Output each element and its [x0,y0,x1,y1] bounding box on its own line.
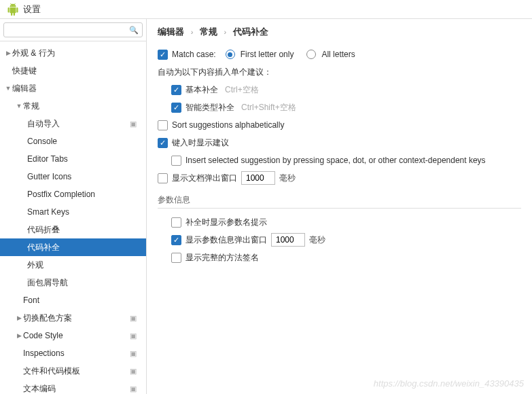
show-doc-popup-label: 显示文档弹出窗口 [172,171,237,185]
show-param-popup-label: 显示参数信息弹出窗口 [185,233,267,247]
show-full-sig-label: 显示完整的方法签名 [185,251,259,264]
project-badge-icon: ▣ [130,365,137,377]
param-info-section-title: 参数信息 [158,194,521,206]
window-title: 设置 [23,3,41,16]
chevron-right-icon[interactable] [15,329,23,342]
tree-item-appearance[interactable]: 外观 & 行为 [0,44,146,62]
match-case-checkbox[interactable] [158,50,168,60]
chevron-right-icon: › [224,28,227,36]
window-header: 设置 [0,0,532,19]
tree-item-auto-import[interactable]: 自动导入▣ [0,115,146,132]
ms-label-2: 毫秒 [309,233,325,247]
tree-item-inspections[interactable]: Inspections▣ [0,344,146,362]
chevron-down-icon[interactable] [15,100,23,112]
sidebar: 🔍 外观 & 行为 快捷键 编辑器 常规 自动导入▣ Console Edito… [0,19,147,394]
sort-alpha-checkbox[interactable] [158,120,168,130]
ms-label: 毫秒 [279,171,296,185]
breadcrumb: 编辑器 › 常规 › 代码补全 [158,26,521,38]
project-badge-icon: ▣ [130,347,137,359]
smart-type-label: 智能类型补全 [185,101,234,114]
show-on-type-label: 键入时显示建议 [172,136,229,149]
tree-item-editor-tabs[interactable]: Editor Tabs [0,150,146,168]
android-icon [7,3,19,16]
chevron-right-icon[interactable] [4,47,12,59]
tree-item-look[interactable]: 外观 [0,256,146,274]
show-full-sig-checkbox[interactable] [171,253,181,263]
show-on-type-checkbox[interactable] [158,138,168,148]
tree-item-general[interactable]: 常规 [0,97,146,115]
chevron-right-icon: › [191,28,194,36]
show-param-name-label: 补全时显示参数名提示 [185,215,267,229]
tree-item-file-encoding[interactable]: 文本编码▣ [0,380,146,394]
smart-type-checkbox[interactable] [171,103,181,113]
breadcrumb-code-completion: 代码补全 [233,26,268,37]
tree-item-gutter-icons[interactable]: Gutter Icons [0,168,146,185]
tree-item-editor[interactable]: 编辑器 [0,79,146,97]
auto-insert-label: 自动为以下内容插入单个建议： [158,65,272,79]
project-badge-icon: ▣ [130,312,137,324]
insert-by-space-label: Insert selected suggestion by pressing s… [185,154,486,167]
tree-item-console[interactable]: Console [0,132,146,150]
chevron-down-icon[interactable] [4,82,12,94]
tree-item-font[interactable]: Font [0,291,146,309]
settings-tree: 外观 & 行为 快捷键 编辑器 常规 自动导入▣ Console Editor … [0,41,146,394]
divider [158,208,521,209]
match-case-label: Match case: [172,48,216,61]
show-doc-popup-checkbox[interactable] [158,173,168,183]
search-box: 🔍 [0,19,146,41]
breadcrumb-editor[interactable]: 编辑器 [158,26,184,37]
tree-item-breadcrumbs[interactable]: 面包屑导航 [0,274,146,291]
breadcrumb-general[interactable]: 常规 [200,26,217,37]
tree-item-code-completion[interactable]: 代码补全 [0,238,146,256]
tree-item-postfix[interactable]: Postfix Completion [0,185,146,203]
basic-checkbox[interactable] [171,85,181,95]
project-badge-icon: ▣ [130,118,137,130]
tree-item-color-scheme[interactable]: 切换配色方案▣ [0,309,146,327]
search-icon[interactable]: 🔍 [129,26,139,35]
tree-item-keymap[interactable]: 快捷键 [0,62,146,79]
tree-item-code-style[interactable]: Code Style▣ [0,327,146,344]
project-badge-icon: ▣ [130,382,137,394]
project-badge-icon: ▣ [130,329,137,342]
doc-popup-input[interactable] [241,171,275,185]
first-letter-radio[interactable] [226,50,235,59]
all-letters-radio[interactable] [306,50,316,59]
basic-shortcut: Ctrl+空格 [225,83,259,96]
insert-by-space-checkbox[interactable] [171,156,181,166]
search-input[interactable] [3,22,143,37]
first-letter-label[interactable]: First letter only [241,48,294,61]
param-popup-input[interactable] [271,233,305,247]
sort-alpha-label: Sort suggestions alphabetically [172,118,284,132]
all-letters-label[interactable]: All letters [321,48,355,61]
tree-item-smart-keys[interactable]: Smart Keys [0,203,146,221]
show-param-name-checkbox[interactable] [171,217,181,228]
smart-type-shortcut: Ctrl+Shift+空格 [241,101,296,114]
show-param-popup-checkbox[interactable] [171,235,181,245]
tree-item-file-templates[interactable]: 文件和代码模板▣ [0,362,146,380]
content-panel: 编辑器 › 常规 › 代码补全 Match case: First letter… [147,19,532,394]
chevron-right-icon[interactable] [15,312,23,324]
tree-item-code-folding[interactable]: 代码折叠 [0,221,146,238]
basic-label: 基本补全 [185,83,218,96]
